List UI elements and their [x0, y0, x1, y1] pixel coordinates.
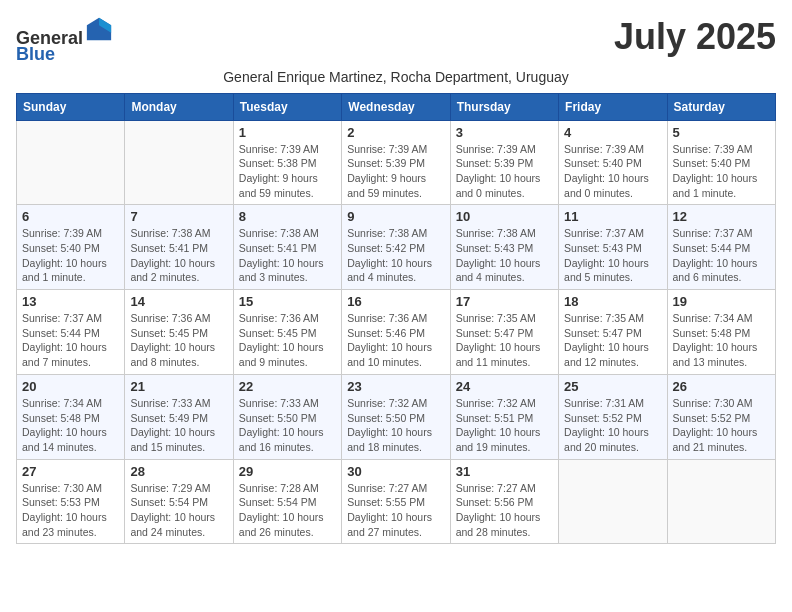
day-number: 18	[564, 294, 661, 309]
calendar-day-cell: 18Sunrise: 7:35 AMSunset: 5:47 PMDayligh…	[559, 290, 667, 375]
day-number: 17	[456, 294, 553, 309]
calendar-day-cell: 2Sunrise: 7:39 AMSunset: 5:39 PMDaylight…	[342, 120, 450, 205]
weekday-header-friday: Friday	[559, 93, 667, 120]
day-info: Sunrise: 7:37 AMSunset: 5:44 PMDaylight:…	[22, 311, 119, 370]
logo: General Blue	[16, 16, 113, 65]
day-number: 4	[564, 125, 661, 140]
day-number: 12	[673, 209, 770, 224]
calendar-day-cell: 16Sunrise: 7:36 AMSunset: 5:46 PMDayligh…	[342, 290, 450, 375]
day-info: Sunrise: 7:39 AMSunset: 5:39 PMDaylight:…	[347, 142, 444, 201]
calendar-day-cell	[667, 459, 775, 544]
weekday-header-sunday: Sunday	[17, 93, 125, 120]
calendar-day-cell: 23Sunrise: 7:32 AMSunset: 5:50 PMDayligh…	[342, 374, 450, 459]
day-number: 2	[347, 125, 444, 140]
day-number: 24	[456, 379, 553, 394]
calendar-day-cell: 31Sunrise: 7:27 AMSunset: 5:56 PMDayligh…	[450, 459, 558, 544]
day-number: 19	[673, 294, 770, 309]
calendar-week-row: 1Sunrise: 7:39 AMSunset: 5:38 PMDaylight…	[17, 120, 776, 205]
weekday-header-monday: Monday	[125, 93, 233, 120]
calendar-day-cell: 27Sunrise: 7:30 AMSunset: 5:53 PMDayligh…	[17, 459, 125, 544]
calendar-day-cell: 17Sunrise: 7:35 AMSunset: 5:47 PMDayligh…	[450, 290, 558, 375]
calendar-day-cell: 22Sunrise: 7:33 AMSunset: 5:50 PMDayligh…	[233, 374, 341, 459]
day-info: Sunrise: 7:39 AMSunset: 5:38 PMDaylight:…	[239, 142, 336, 201]
calendar-day-cell: 5Sunrise: 7:39 AMSunset: 5:40 PMDaylight…	[667, 120, 775, 205]
day-info: Sunrise: 7:32 AMSunset: 5:50 PMDaylight:…	[347, 396, 444, 455]
weekday-header-saturday: Saturday	[667, 93, 775, 120]
calendar-day-cell: 26Sunrise: 7:30 AMSunset: 5:52 PMDayligh…	[667, 374, 775, 459]
day-info: Sunrise: 7:38 AMSunset: 5:42 PMDaylight:…	[347, 226, 444, 285]
calendar-day-cell: 11Sunrise: 7:37 AMSunset: 5:43 PMDayligh…	[559, 205, 667, 290]
day-info: Sunrise: 7:30 AMSunset: 5:52 PMDaylight:…	[673, 396, 770, 455]
calendar-day-cell	[125, 120, 233, 205]
calendar-day-cell	[559, 459, 667, 544]
day-info: Sunrise: 7:27 AMSunset: 5:55 PMDaylight:…	[347, 481, 444, 540]
day-info: Sunrise: 7:28 AMSunset: 5:54 PMDaylight:…	[239, 481, 336, 540]
day-number: 5	[673, 125, 770, 140]
day-number: 27	[22, 464, 119, 479]
day-info: Sunrise: 7:38 AMSunset: 5:41 PMDaylight:…	[130, 226, 227, 285]
day-number: 14	[130, 294, 227, 309]
day-info: Sunrise: 7:36 AMSunset: 5:45 PMDaylight:…	[239, 311, 336, 370]
calendar-day-cell: 19Sunrise: 7:34 AMSunset: 5:48 PMDayligh…	[667, 290, 775, 375]
day-number: 10	[456, 209, 553, 224]
calendar-table: SundayMondayTuesdayWednesdayThursdayFrid…	[16, 93, 776, 545]
day-info: Sunrise: 7:39 AMSunset: 5:39 PMDaylight:…	[456, 142, 553, 201]
day-info: Sunrise: 7:31 AMSunset: 5:52 PMDaylight:…	[564, 396, 661, 455]
day-info: Sunrise: 7:32 AMSunset: 5:51 PMDaylight:…	[456, 396, 553, 455]
day-info: Sunrise: 7:38 AMSunset: 5:41 PMDaylight:…	[239, 226, 336, 285]
day-info: Sunrise: 7:36 AMSunset: 5:45 PMDaylight:…	[130, 311, 227, 370]
day-number: 7	[130, 209, 227, 224]
weekday-header-tuesday: Tuesday	[233, 93, 341, 120]
day-number: 31	[456, 464, 553, 479]
day-info: Sunrise: 7:34 AMSunset: 5:48 PMDaylight:…	[673, 311, 770, 370]
calendar-day-cell: 21Sunrise: 7:33 AMSunset: 5:49 PMDayligh…	[125, 374, 233, 459]
calendar-day-cell: 7Sunrise: 7:38 AMSunset: 5:41 PMDaylight…	[125, 205, 233, 290]
day-info: Sunrise: 7:39 AMSunset: 5:40 PMDaylight:…	[22, 226, 119, 285]
day-number: 16	[347, 294, 444, 309]
day-info: Sunrise: 7:29 AMSunset: 5:54 PMDaylight:…	[130, 481, 227, 540]
weekday-header-thursday: Thursday	[450, 93, 558, 120]
calendar-day-cell: 12Sunrise: 7:37 AMSunset: 5:44 PMDayligh…	[667, 205, 775, 290]
calendar-week-row: 6Sunrise: 7:39 AMSunset: 5:40 PMDaylight…	[17, 205, 776, 290]
calendar-day-cell: 10Sunrise: 7:38 AMSunset: 5:43 PMDayligh…	[450, 205, 558, 290]
day-number: 8	[239, 209, 336, 224]
calendar-day-cell: 4Sunrise: 7:39 AMSunset: 5:40 PMDaylight…	[559, 120, 667, 205]
calendar-day-cell: 9Sunrise: 7:38 AMSunset: 5:42 PMDaylight…	[342, 205, 450, 290]
day-number: 30	[347, 464, 444, 479]
calendar-day-cell: 28Sunrise: 7:29 AMSunset: 5:54 PMDayligh…	[125, 459, 233, 544]
day-info: Sunrise: 7:36 AMSunset: 5:46 PMDaylight:…	[347, 311, 444, 370]
day-number: 28	[130, 464, 227, 479]
day-number: 23	[347, 379, 444, 394]
calendar-day-cell: 15Sunrise: 7:36 AMSunset: 5:45 PMDayligh…	[233, 290, 341, 375]
logo-blue-text: Blue	[16, 44, 55, 64]
day-number: 9	[347, 209, 444, 224]
day-number: 20	[22, 379, 119, 394]
calendar-week-row: 20Sunrise: 7:34 AMSunset: 5:48 PMDayligh…	[17, 374, 776, 459]
logo-icon	[85, 16, 113, 44]
month-title: July 2025	[614, 16, 776, 58]
calendar-day-cell: 24Sunrise: 7:32 AMSunset: 5:51 PMDayligh…	[450, 374, 558, 459]
day-number: 26	[673, 379, 770, 394]
calendar-header-row: SundayMondayTuesdayWednesdayThursdayFrid…	[17, 93, 776, 120]
day-number: 6	[22, 209, 119, 224]
day-number: 15	[239, 294, 336, 309]
calendar-day-cell: 14Sunrise: 7:36 AMSunset: 5:45 PMDayligh…	[125, 290, 233, 375]
day-number: 22	[239, 379, 336, 394]
calendar-day-cell: 29Sunrise: 7:28 AMSunset: 5:54 PMDayligh…	[233, 459, 341, 544]
day-info: Sunrise: 7:30 AMSunset: 5:53 PMDaylight:…	[22, 481, 119, 540]
page-header: General Blue July 2025	[16, 16, 776, 65]
day-info: Sunrise: 7:35 AMSunset: 5:47 PMDaylight:…	[564, 311, 661, 370]
calendar-subtitle: General Enrique Martinez, Rocha Departme…	[16, 69, 776, 85]
calendar-week-row: 27Sunrise: 7:30 AMSunset: 5:53 PMDayligh…	[17, 459, 776, 544]
day-number: 1	[239, 125, 336, 140]
day-info: Sunrise: 7:39 AMSunset: 5:40 PMDaylight:…	[673, 142, 770, 201]
calendar-day-cell: 3Sunrise: 7:39 AMSunset: 5:39 PMDaylight…	[450, 120, 558, 205]
calendar-day-cell: 30Sunrise: 7:27 AMSunset: 5:55 PMDayligh…	[342, 459, 450, 544]
day-info: Sunrise: 7:37 AMSunset: 5:43 PMDaylight:…	[564, 226, 661, 285]
day-number: 21	[130, 379, 227, 394]
day-number: 29	[239, 464, 336, 479]
calendar-day-cell: 6Sunrise: 7:39 AMSunset: 5:40 PMDaylight…	[17, 205, 125, 290]
day-number: 13	[22, 294, 119, 309]
day-number: 25	[564, 379, 661, 394]
calendar-day-cell: 8Sunrise: 7:38 AMSunset: 5:41 PMDaylight…	[233, 205, 341, 290]
